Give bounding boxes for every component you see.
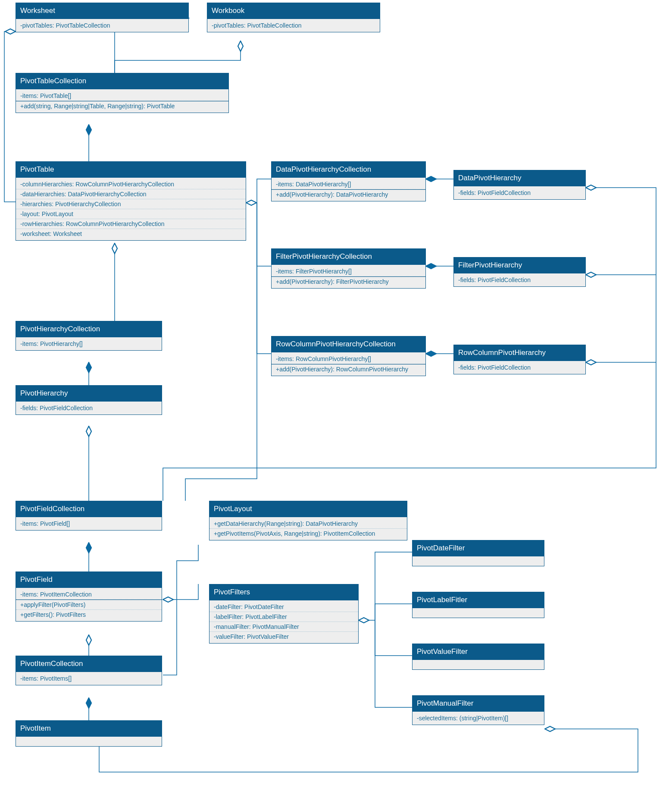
class-title: PivotDateFilter [413, 540, 544, 556]
class-member: -items: PivotField[] [16, 519, 162, 528]
class-pivothierarchycollection: PivotHierarchyCollection -items: PivotHi… [16, 321, 162, 351]
class-title: FilterPivotHierarchyCollection [272, 249, 425, 265]
class-pivotfilters: PivotFilters -dateFilter: PivotDateFilte… [209, 584, 359, 644]
class-pivotvaluefilter: PivotValueFilter [412, 644, 544, 670]
class-pivotfield: PivotField -items: PivotItemCollection +… [16, 571, 162, 622]
class-member: -valueFilter: PivotValueFilter [209, 632, 358, 641]
class-member: -items: PivotItems[] [16, 674, 162, 683]
class-pivotfieldcollection: PivotFieldCollection -items: PivotField[… [16, 501, 162, 531]
class-title: PivotHierarchy [16, 386, 162, 402]
class-title: PivotLabelFitler [413, 592, 544, 608]
class-member: -fields: PivotFieldCollection [454, 188, 585, 198]
class-title: Workbook [207, 3, 380, 19]
class-pivothierarchy: PivotHierarchy -fields: PivotFieldCollec… [16, 385, 162, 415]
class-title: PivotFilters [209, 584, 358, 600]
class-member: -items: DataPivotHierarchy[] [272, 179, 425, 189]
class-member: -hierarchies: PivotHierarchyCollection [16, 199, 246, 209]
class-title: PivotItem [16, 721, 162, 737]
class-member: +getDataHierarchy(Range|string): DataPiv… [209, 519, 407, 529]
class-pivotlayout: PivotLayout +getDataHierarchy(Range|stri… [209, 501, 407, 540]
class-title: RowColumnPivotHierarchyCollection [272, 336, 425, 352]
class-title: DataPivotHierarchyCollection [272, 162, 425, 178]
class-member: -worksheet: Worksheet [16, 229, 246, 239]
class-filterpivothierarchy: FilterPivotHierarchy -fields: PivotField… [453, 257, 586, 287]
class-member: -layout: PivotLayout [16, 209, 246, 219]
class-rowcolumnpivothierarchy: RowColumnPivotHierarchy -fields: PivotFi… [453, 345, 586, 374]
class-filterpivothierarchycollection: FilterPivotHierarchyCollection -items: F… [271, 248, 426, 289]
class-pivotitemcollection: PivotItemCollection -items: PivotItems[] [16, 656, 162, 685]
class-pivottablecollection: PivotTableCollection -items: PivotTable[… [16, 73, 229, 113]
class-member: -labelFilter: PivotLabelFilter [209, 612, 358, 622]
class-workbook: Workbook -pivotTables: PivotTableCollect… [207, 3, 380, 32]
class-member: -fields: PivotFieldCollection [454, 363, 585, 372]
class-title: Worksheet [16, 3, 188, 19]
class-datapivothierarchycollection: DataPivotHierarchyCollection -items: Dat… [271, 161, 426, 201]
class-member: -rowHierarchies: RowColumnPivotHierarchy… [16, 219, 246, 229]
class-member: -fields: PivotFieldCollection [454, 275, 585, 285]
class-title: PivotValueFilter [413, 644, 544, 660]
class-pivotmanualfilter: PivotManualFilter -selectedItems: (strin… [412, 695, 544, 725]
class-member: -manualFilter: PivotManualFilter [209, 622, 358, 632]
class-member: +getPivotItems(PivotAxis, Range|string):… [209, 529, 407, 538]
class-title: PivotTable [16, 162, 246, 178]
class-pivottable: PivotTable -columnHierarchies: RowColumn… [16, 161, 246, 241]
class-member: -items: PivotItemCollection [16, 590, 162, 600]
class-member: -items: FilterPivotHierarchy[] [272, 267, 425, 276]
class-title: PivotTableCollection [16, 73, 228, 89]
class-pivotitem: PivotItem [16, 720, 162, 747]
class-member: +add(PivotHierarchy): DataPivotHierarchy [272, 190, 425, 199]
class-member: -dateFilter: PivotDateFilter [209, 602, 358, 612]
class-member: -items: PivotHierarchy[] [16, 339, 162, 349]
class-member: -selectedItems: (string|PivotItem)[] [413, 713, 544, 723]
class-worksheet: Worksheet -pivotTables: PivotTableCollec… [16, 3, 189, 32]
class-pivotdatefilter: PivotDateFilter [412, 540, 544, 566]
class-title: PivotFieldCollection [16, 501, 162, 517]
class-title: PivotLayout [209, 501, 407, 517]
class-datapivothierarchy: DataPivotHierarchy -fields: PivotFieldCo… [453, 170, 586, 200]
class-title: FilterPivotHierarchy [454, 257, 585, 273]
class-title: PivotField [16, 572, 162, 588]
class-member: -dataHierarchies: DataPivotHierarchyColl… [16, 189, 246, 199]
class-member: -pivotTables: PivotTableCollection [16, 21, 188, 30]
class-title: PivotItemCollection [16, 656, 162, 672]
class-member: -fields: PivotFieldCollection [16, 403, 162, 413]
class-title: DataPivotHierarchy [454, 170, 585, 186]
class-pivotlabelfilter: PivotLabelFitler [412, 592, 544, 618]
class-member: -columnHierarchies: RowColumnPivotHierar… [16, 179, 246, 189]
class-title: PivotManualFilter [413, 696, 544, 712]
class-member: +add(PivotHierarchy): FilterPivotHierarc… [272, 277, 425, 286]
class-member: +add(string, Range|string|Table, Range|s… [16, 101, 228, 111]
class-rowcolumnpivothierarchycollection: RowColumnPivotHierarchyCollection -items… [271, 336, 426, 376]
class-title: PivotHierarchyCollection [16, 321, 162, 337]
class-member: -items: RowColumnPivotHierarchy[] [272, 354, 425, 364]
class-member: -items: PivotTable[] [16, 91, 228, 101]
class-member: +add(PivotHierarchy): RowColumnPivotHier… [272, 364, 425, 374]
class-member: -pivotTables: PivotTableCollection [207, 21, 380, 30]
class-member: +getFilters(): PivotFilters [16, 610, 162, 619]
class-title: RowColumnPivotHierarchy [454, 345, 585, 361]
class-member: +applyFilter(PivotFilters) [16, 600, 162, 610]
